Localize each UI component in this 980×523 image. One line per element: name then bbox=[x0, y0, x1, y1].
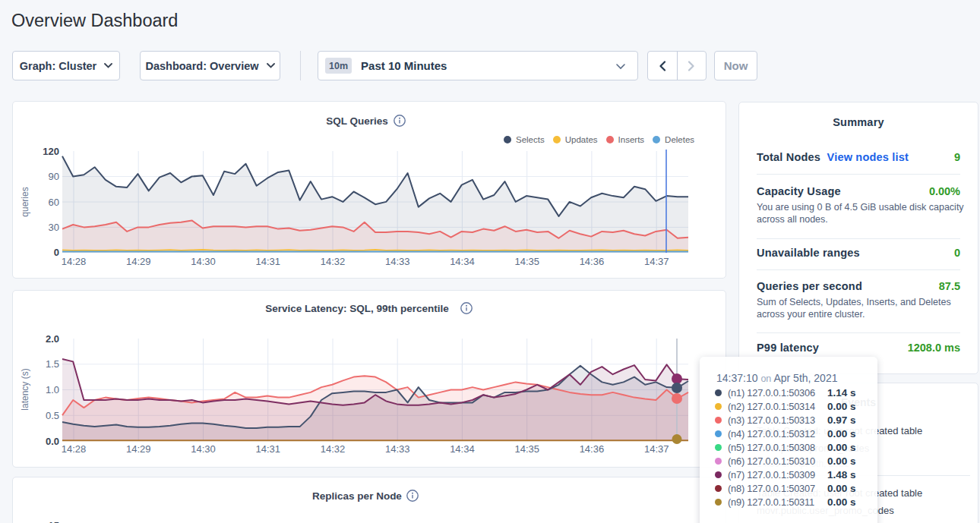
svg-text:latency (s): latency (s) bbox=[20, 368, 30, 410]
svg-text:14:32: 14:32 bbox=[321, 256, 346, 267]
svg-text:1.0: 1.0 bbox=[46, 384, 59, 395]
svg-text:14:34: 14:34 bbox=[450, 256, 475, 267]
svg-text:0.0: 0.0 bbox=[46, 436, 59, 447]
svg-text:90: 90 bbox=[49, 171, 59, 182]
svg-text:14:34: 14:34 bbox=[450, 443, 475, 455]
svg-text:14:29: 14:29 bbox=[126, 443, 151, 455]
svg-text:14:29: 14:29 bbox=[126, 256, 151, 267]
svg-text:14:28: 14:28 bbox=[62, 256, 87, 267]
svg-text:14:33: 14:33 bbox=[385, 443, 410, 455]
svg-text:2.0: 2.0 bbox=[46, 333, 59, 345]
svg-text:14:37: 14:37 bbox=[644, 256, 669, 267]
svg-text:14:33: 14:33 bbox=[385, 256, 410, 267]
svg-text:queries: queries bbox=[20, 187, 30, 216]
svg-text:14:30: 14:30 bbox=[191, 256, 216, 267]
svg-text:14:35: 14:35 bbox=[514, 256, 539, 267]
svg-text:14:32: 14:32 bbox=[321, 443, 346, 455]
svg-text:14:30: 14:30 bbox=[191, 443, 216, 455]
svg-text:14:31: 14:31 bbox=[255, 256, 280, 267]
svg-text:14:36: 14:36 bbox=[580, 256, 605, 267]
svg-text:120: 120 bbox=[43, 146, 59, 157]
svg-text:14:36: 14:36 bbox=[580, 443, 605, 455]
svg-text:14:35: 14:35 bbox=[514, 443, 539, 455]
svg-text:1.5: 1.5 bbox=[46, 358, 59, 370]
svg-text:14:37: 14:37 bbox=[644, 443, 669, 455]
svg-text:0: 0 bbox=[54, 247, 59, 258]
svg-text:60: 60 bbox=[49, 197, 59, 208]
svg-text:30: 30 bbox=[49, 222, 59, 233]
svg-text:14:31: 14:31 bbox=[255, 443, 280, 455]
svg-text:14:28: 14:28 bbox=[62, 443, 87, 455]
svg-text:0.5: 0.5 bbox=[46, 410, 59, 421]
